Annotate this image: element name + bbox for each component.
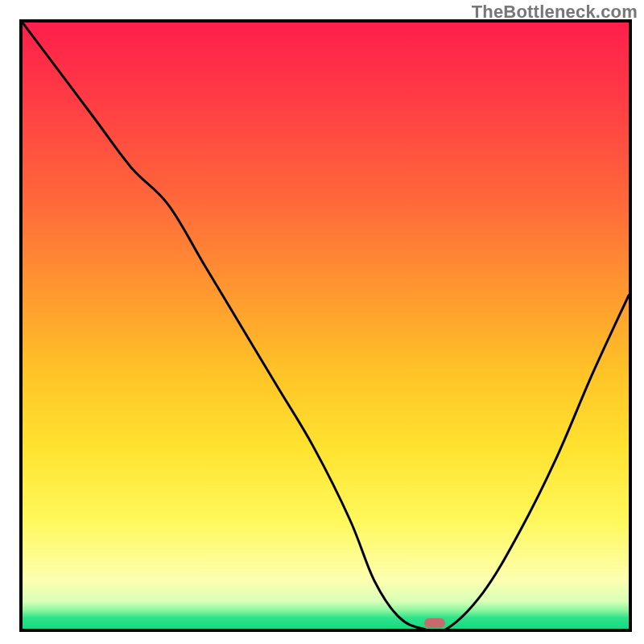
watermark-text: TheBottleneck.com <box>472 2 638 23</box>
plot-area <box>19 19 632 632</box>
curve-svg <box>23 23 629 629</box>
stage: TheBottleneck.com <box>0 0 644 644</box>
bottleneck-curve <box>23 23 629 629</box>
valley-marker <box>424 618 445 628</box>
